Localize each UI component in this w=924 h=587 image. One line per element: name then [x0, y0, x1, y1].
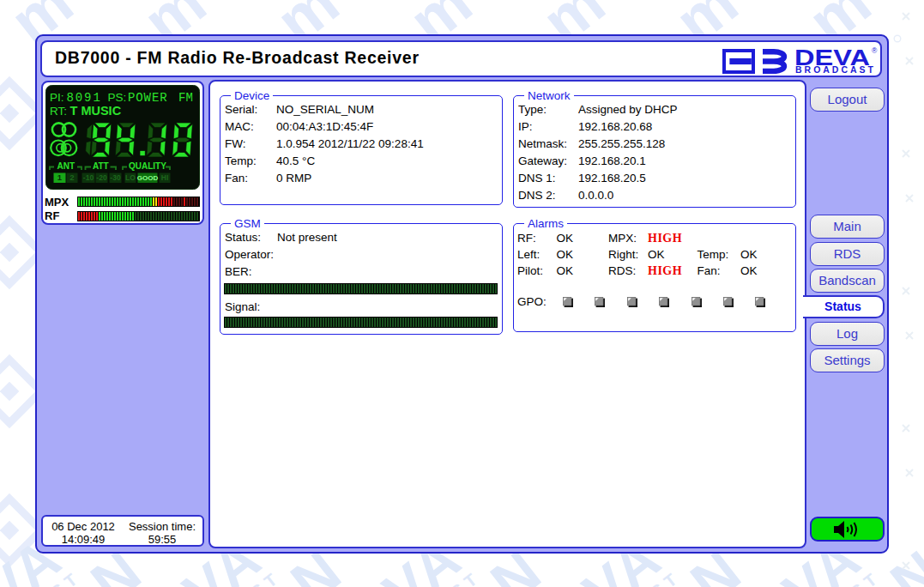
svg-text:-30: -30 [110, 173, 121, 182]
svg-text:PI:: PI: [50, 91, 64, 104]
svg-text:GOOD: GOOD [136, 174, 158, 182]
svg-text:QUALITY: QUALITY [129, 161, 166, 171]
svg-text:HI: HI [160, 173, 168, 182]
svg-text:1: 1 [57, 172, 62, 182]
svg-text:BROADCAST: BROADCAST [795, 64, 876, 74]
svg-text:2: 2 [69, 172, 74, 182]
svg-text:-20: -20 [96, 173, 107, 182]
svg-text:ANT: ANT [57, 161, 75, 171]
svg-text:T MUSIC: T MUSIC [69, 104, 121, 118]
svg-text:RT:: RT: [50, 105, 67, 118]
svg-text:LO: LO [125, 173, 136, 182]
svg-text:POWER: POWER [128, 91, 168, 105]
svg-text:ATT: ATT [93, 161, 109, 171]
svg-text:8091: 8091 [66, 91, 101, 105]
svg-text:PS:: PS: [107, 91, 126, 104]
svg-text:FM: FM [178, 91, 193, 105]
svg-text:-10: -10 [82, 173, 94, 182]
svg-text:®: ® [872, 46, 878, 55]
